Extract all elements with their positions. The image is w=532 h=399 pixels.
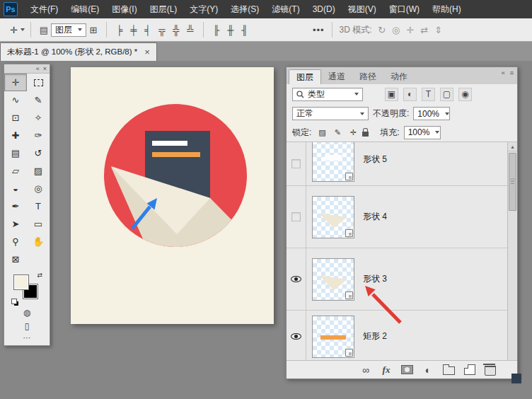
tab-layers[interactable]: 图层 bbox=[289, 69, 321, 84]
layer-visibility-toggle[interactable] bbox=[287, 311, 306, 360]
collapse-tools-icon[interactable]: « bbox=[36, 66, 40, 72]
auto-select-icon[interactable]: ▤ bbox=[37, 22, 51, 37]
menu-edit[interactable]: 编辑(E) bbox=[64, 0, 105, 18]
new-group-icon[interactable] bbox=[443, 366, 455, 375]
canvas[interactable] bbox=[71, 67, 274, 324]
filter-smart-objects-icon[interactable]: ◉ bbox=[458, 88, 472, 101]
fill-dropdown[interactable]: 100% bbox=[404, 126, 441, 139]
scroll-up-icon[interactable]: ▲ bbox=[508, 142, 517, 151]
hand-tool[interactable]: ✋ bbox=[27, 233, 50, 250]
layer-row[interactable]: 矩形 2 bbox=[287, 311, 517, 360]
filter-type-layers-icon[interactable]: T bbox=[422, 88, 435, 101]
filter-shape-layers-icon[interactable]: ▢ bbox=[440, 88, 453, 101]
collapse-layers-icon[interactable]: « bbox=[502, 70, 505, 76]
layer-row[interactable]: 形状 5 bbox=[287, 142, 517, 186]
filter-adjustment-layers-icon[interactable]: ◐ bbox=[403, 88, 417, 101]
menu-view[interactable]: 视图(V) bbox=[342, 0, 383, 18]
toolbar-overflow-icon[interactable]: ⋯ bbox=[4, 332, 50, 342]
menu-layer[interactable]: 图层(L) bbox=[144, 0, 184, 18]
3d-rotate-icon[interactable]: ↻ bbox=[375, 22, 389, 37]
close-tools-icon[interactable]: × bbox=[43, 66, 47, 72]
zoom-tool[interactable]: ⚲ bbox=[4, 233, 27, 250]
frame-tool[interactable]: ⊠ bbox=[4, 250, 27, 268]
tool-preset-button[interactable]: ✛ bbox=[10, 25, 25, 35]
new-layer-icon[interactable] bbox=[464, 364, 475, 375]
lock-position-icon[interactable]: ✛ bbox=[347, 126, 359, 139]
panel-menu-icon[interactable]: ≡ bbox=[510, 70, 514, 76]
align-middle-icon[interactable]: ╬ bbox=[169, 22, 183, 37]
layer-thumbnail[interactable] bbox=[312, 258, 354, 301]
adjustment-layer-icon[interactable]: ◐ bbox=[422, 364, 434, 376]
layer-style-icon[interactable]: fx bbox=[381, 364, 392, 376]
menu-select[interactable]: 选择(S) bbox=[224, 0, 265, 18]
3d-slide-icon[interactable]: ⇄ bbox=[417, 22, 432, 37]
layer-name[interactable]: 形状 3 bbox=[363, 273, 387, 285]
layer-row[interactable]: 形状 3 bbox=[287, 248, 517, 311]
filter-pixel-layers-icon[interactable]: ▣ bbox=[385, 88, 398, 101]
menu-file[interactable]: 文件(F) bbox=[24, 0, 64, 18]
menu-3d[interactable]: 3D(D) bbox=[306, 0, 342, 18]
rectangular-marquee-tool[interactable] bbox=[27, 74, 50, 91]
rectangle-tool[interactable]: ▭ bbox=[27, 215, 50, 233]
dodge-tool[interactable]: ◎ bbox=[27, 180, 50, 197]
quick-mask-button[interactable]: ◍ bbox=[4, 306, 50, 319]
blur-tool[interactable]: ◒ bbox=[4, 180, 27, 197]
auto-select-dropdown[interactable]: 图层 bbox=[51, 23, 86, 37]
more-options-button[interactable]: ••• bbox=[311, 22, 326, 37]
distribute-right-icon[interactable]: ╢ bbox=[238, 22, 252, 37]
lock-all-icon[interactable] bbox=[362, 132, 369, 137]
align-center-horizontal-icon[interactable]: ╪ bbox=[127, 22, 141, 37]
delete-layer-icon[interactable] bbox=[485, 366, 496, 376]
opacity-dropdown[interactable]: 100% bbox=[413, 107, 450, 120]
3d-scale-icon[interactable]: ⇕ bbox=[432, 22, 446, 37]
eraser-tool[interactable]: ▱ bbox=[4, 162, 27, 180]
quick-selection-tool[interactable]: ✎ bbox=[27, 91, 50, 109]
tab-paths[interactable]: 路径 bbox=[352, 69, 383, 84]
distribute-left-icon[interactable]: ╟ bbox=[209, 22, 224, 37]
menu-help[interactable]: 帮助(H) bbox=[426, 0, 468, 18]
align-right-icon[interactable]: ╡ bbox=[141, 22, 155, 37]
scrollbar[interactable]: ▲ bbox=[507, 142, 517, 360]
menu-type[interactable]: 文字(Y) bbox=[183, 0, 224, 18]
layer-row[interactable]: 形状 4 bbox=[287, 186, 517, 248]
gradient-tool[interactable]: ▨ bbox=[27, 162, 50, 180]
transform-controls-icon[interactable]: ⊞ bbox=[86, 22, 100, 37]
3d-roll-icon[interactable]: ◎ bbox=[389, 22, 403, 37]
healing-brush-tool[interactable]: ✚ bbox=[4, 127, 27, 144]
path-selection-tool[interactable]: ➤ bbox=[4, 215, 27, 233]
lasso-tool[interactable]: ∿ bbox=[4, 91, 27, 109]
brush-tool[interactable]: ✑ bbox=[27, 127, 50, 144]
menu-filter[interactable]: 滤镜(T) bbox=[265, 0, 306, 18]
layer-thumbnail[interactable] bbox=[312, 196, 354, 238]
distribute-center-icon[interactable]: ╫ bbox=[224, 22, 238, 37]
layer-visibility-toggle[interactable] bbox=[287, 142, 306, 185]
layer-name[interactable]: 形状 4 bbox=[363, 211, 387, 223]
crop-tool[interactable]: ⊡ bbox=[4, 109, 27, 127]
clone-stamp-tool[interactable]: ▤ bbox=[4, 144, 27, 162]
layer-name[interactable]: 形状 5 bbox=[363, 154, 387, 166]
menu-image[interactable]: 图像(I) bbox=[105, 0, 143, 18]
blend-mode-dropdown[interactable]: 正常 bbox=[292, 107, 369, 120]
filter-type-dropdown[interactable]: 类型 bbox=[292, 88, 363, 101]
lock-pixels-icon[interactable]: ✎ bbox=[331, 126, 344, 139]
3d-pan-icon[interactable]: ✛ bbox=[403, 22, 417, 37]
tab-channels[interactable]: 通道 bbox=[321, 69, 352, 84]
screen-mode-button[interactable]: ▯ bbox=[4, 319, 50, 332]
pen-tool[interactable]: ✒ bbox=[4, 197, 27, 215]
close-tab-icon[interactable]: × bbox=[144, 47, 150, 57]
panel-resize-grip[interactable] bbox=[511, 374, 521, 383]
align-left-icon[interactable]: ╞ bbox=[112, 22, 127, 37]
layer-name[interactable]: 矩形 2 bbox=[363, 330, 387, 342]
history-brush-tool[interactable]: ↺ bbox=[27, 144, 50, 162]
align-top-icon[interactable]: ╦ bbox=[155, 22, 169, 37]
layer-thumbnail[interactable] bbox=[312, 316, 354, 358]
add-layer-mask-icon[interactable] bbox=[401, 365, 413, 374]
tab-actions[interactable]: 动作 bbox=[383, 69, 415, 84]
eyedropper-tool[interactable]: ✧ bbox=[27, 109, 50, 127]
type-tool[interactable]: T bbox=[27, 197, 50, 215]
lock-transparent-icon[interactable]: ▨ bbox=[316, 126, 328, 139]
link-layers-icon[interactable]: ∞ bbox=[360, 364, 371, 376]
scrollbar-thumb[interactable] bbox=[509, 153, 516, 211]
align-bottom-icon[interactable]: ╩ bbox=[183, 22, 197, 37]
layer-visibility-toggle[interactable] bbox=[287, 186, 306, 248]
